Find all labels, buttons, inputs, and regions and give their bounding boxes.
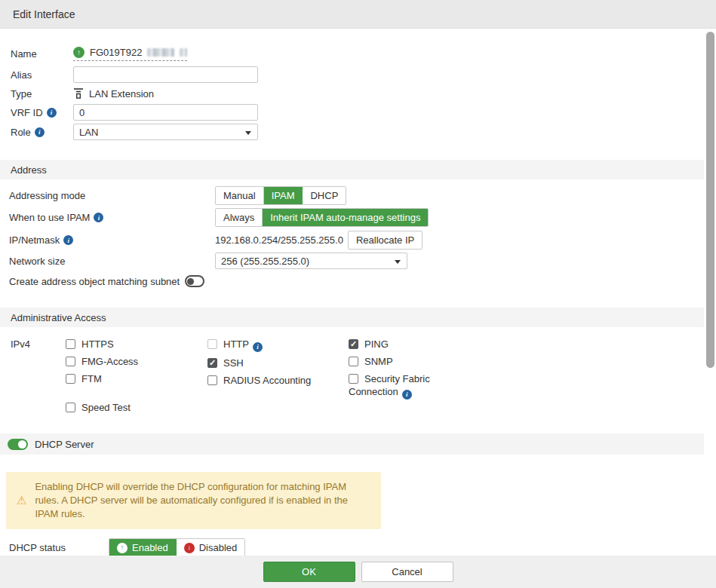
ip-netmask-value: 192.168.0.254/255.255.255.0 — [215, 234, 343, 246]
up-circle-icon: ↑ — [117, 543, 128, 553]
ip-netmask-row: IP/Netmask i 192.168.0.254/255.255.255.0… — [0, 231, 716, 250]
dhcp-warning-banner: ⚠ Enabling DHCP will override the DHCP c… — [6, 472, 381, 529]
checkbox-ftm[interactable]: FTM — [66, 372, 207, 385]
name-label: Name — [11, 48, 73, 60]
checkbox-box[interactable] — [349, 374, 358, 384]
name-row: Name ↑ FG019T922 — [0, 47, 716, 61]
ipam-when-inherit[interactable]: Inherit IPAM auto-manage settings — [263, 209, 428, 226]
create-address-object-label: Create address object matching subnet — [9, 276, 180, 287]
type-label: Type — [11, 88, 73, 100]
dhcp-server-toggle[interactable] — [8, 439, 28, 450]
checkbox-ping[interactable]: PING — [349, 338, 454, 351]
info-icon[interactable]: i — [402, 390, 412, 400]
checkbox-box[interactable] — [66, 339, 75, 349]
vrf-label: VRF ID — [11, 107, 43, 118]
dhcp-status-row: DHCP status ↑ Enabled ↓ Disabled — [0, 538, 716, 557]
checkbox-https[interactable]: HTTPS — [66, 338, 207, 351]
checkbox-http[interactable]: HTTPi — [207, 338, 349, 352]
checkbox-box[interactable] — [66, 403, 75, 412]
ok-button[interactable]: OK — [263, 562, 355, 582]
checkbox-snmp[interactable]: SNMP — [349, 355, 454, 368]
checkbox-box[interactable] — [66, 374, 75, 384]
cancel-button[interactable]: Cancel — [361, 562, 453, 582]
addressing-mode-dhcp[interactable]: DHCP — [303, 187, 346, 204]
down-circle-icon: ↓ — [184, 543, 195, 553]
info-icon[interactable]: i — [47, 108, 57, 118]
checkbox-radius-accounting[interactable]: RADIUS Accounting — [207, 374, 349, 387]
chevron-down-icon — [245, 131, 251, 135]
checkbox-security-fabric-connection[interactable]: Security Fabric Connectioni — [349, 372, 454, 400]
network-size-select[interactable]: 256 (255.255.255.0) — [215, 253, 407, 269]
dhcp-status-group: ↑ Enabled ↓ Disabled — [109, 538, 245, 557]
vertical-scrollbar[interactable] — [706, 32, 714, 368]
role-select[interactable]: LAN — [73, 124, 258, 140]
dhcp-server-label: DHCP Server — [35, 439, 94, 450]
redacted-block — [180, 48, 187, 57]
info-icon[interactable]: i — [63, 235, 73, 245]
addressing-mode-label: Addressing mode — [9, 190, 85, 201]
role-row: Role i LAN — [0, 124, 716, 140]
info-icon[interactable]: i — [35, 127, 45, 137]
interface-up-status-icon: ↑ — [73, 47, 85, 58]
dialog-footer: OK Cancel — [0, 556, 716, 588]
page-title: Edit Interface — [13, 8, 75, 20]
ipam-when-group: Always Inherit IPAM auto-manage settings — [215, 208, 429, 227]
checkbox-box[interactable] — [349, 339, 358, 349]
role-selected-value: LAN — [79, 127, 98, 138]
dhcp-status-label: DHCP status — [9, 542, 109, 553]
create-address-object-toggle[interactable] — [185, 275, 204, 287]
reallocate-ip-button[interactable]: Reallocate IP — [348, 231, 423, 250]
interface-name: ↑ FG019T922 — [73, 47, 187, 61]
info-icon[interactable]: i — [253, 342, 263, 352]
network-size-label: Network size — [9, 256, 65, 267]
addressing-mode-row: Addressing mode Manual IPAM DHCP — [0, 186, 716, 205]
alias-label: Alias — [11, 69, 73, 81]
checkbox-box[interactable] — [207, 339, 217, 349]
redacted-block — [147, 48, 174, 57]
checkbox-box[interactable] — [66, 357, 75, 366]
vrf-row: VRF ID i — [0, 104, 716, 121]
dialog-header: Edit Interface — [0, 0, 716, 29]
dhcp-status-enabled-button[interactable]: ↑ Enabled — [109, 539, 177, 556]
admin-access-section-header: Administrative Access — [0, 308, 704, 327]
vrf-id-input[interactable] — [73, 104, 258, 121]
addressing-mode-manual[interactable]: Manual — [216, 187, 264, 204]
warning-text: Enabling DHCP will override the DHCP con… — [35, 480, 370, 521]
ipv4-label: IPv4 — [11, 338, 66, 418]
interface-name-text: FG019T922 — [90, 47, 142, 58]
chevron-down-icon — [395, 260, 401, 264]
ipam-when-row: When to use IPAM i Always Inherit IPAM a… — [0, 208, 716, 227]
lan-extension-icon — [73, 87, 84, 100]
checkbox-ssh[interactable]: SSH — [207, 357, 349, 369]
alias-input[interactable] — [73, 66, 258, 83]
role-label: Role — [11, 127, 31, 138]
addressing-mode-ipam[interactable]: IPAM — [264, 187, 303, 204]
checkbox-box[interactable] — [207, 375, 217, 385]
dhcp-status-disabled-button[interactable]: ↓ Disabled — [177, 539, 245, 556]
checkbox-box[interactable] — [349, 357, 358, 366]
address-section-header: Address — [0, 160, 704, 179]
type-value: LAN Extension — [89, 88, 154, 100]
alias-row: Alias — [0, 66, 716, 83]
network-size-value: 256 (255.255.255.0) — [221, 256, 309, 267]
addressing-mode-group: Manual IPAM DHCP — [215, 186, 346, 205]
admin-access-grid: IPv4 HTTPS FMG-Access FTM Speed Test HTT… — [0, 338, 716, 418]
warning-icon: ⚠ — [17, 494, 26, 507]
ip-netmask-label: IP/Netmask — [9, 234, 60, 246]
checkbox-box[interactable] — [207, 358, 217, 368]
ipam-when-label: When to use IPAM — [9, 212, 90, 223]
ipam-when-always[interactable]: Always — [216, 209, 263, 226]
checkbox-fmg-access[interactable]: FMG-Access — [66, 355, 207, 368]
create-address-object-row: Create address object matching subnet — [0, 275, 716, 287]
checkbox-speed-test[interactable]: Speed Test — [66, 401, 207, 414]
network-size-row: Network size 256 (255.255.255.0) — [0, 253, 716, 269]
type-row: Type LAN Extension — [0, 87, 716, 100]
dhcp-server-section-header: DHCP Server — [0, 433, 704, 455]
info-icon[interactable]: i — [94, 213, 103, 222]
